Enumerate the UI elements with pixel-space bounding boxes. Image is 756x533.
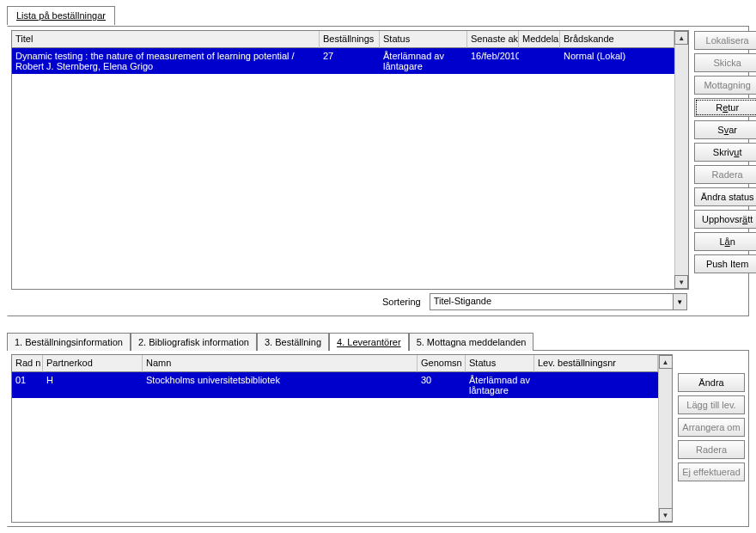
cell-status: Återlämnad av låntagare	[380, 48, 467, 74]
chevron-down-icon[interactable]: ▼	[673, 294, 686, 309]
col-notify[interactable]: Meddela	[519, 31, 560, 48]
suppliers-panel: Rad n Partnerkod Namn Genomsn Status Lev…	[7, 350, 749, 527]
lagg-till-lev-button[interactable]: Lägg till lev.	[678, 395, 745, 414]
radera-button[interactable]: Radera	[694, 165, 756, 184]
col-urgency[interactable]: Brådskande	[560, 31, 674, 48]
suppliers-button-column: Ändra Lägg till lev. Arrangera om Radera…	[678, 354, 745, 523]
top-tabstrip: Lista på beställningar	[7, 5, 749, 24]
mottagning-button[interactable]: Mottagning	[694, 76, 756, 95]
sort-label: Sortering	[13, 297, 421, 307]
retur-button[interactable]: Retur	[694, 98, 756, 117]
suppliers-grid-header: Rad n Partnerkod Namn Genomsn Status Lev…	[12, 355, 658, 372]
lokalisera-button[interactable]: Lokalisera	[694, 31, 756, 50]
cell-notify	[519, 48, 560, 74]
cell-rowno: 01	[12, 372, 43, 398]
skriv-ut-button[interactable]: Skriv ut	[694, 143, 756, 162]
scroll-down-icon[interactable]: ▼	[659, 508, 673, 522]
lan-button[interactable]: Lån	[694, 232, 756, 251]
ej-effektuerad-button[interactable]: Ej effektuerad	[678, 463, 745, 481]
cell-latest: 16/feb/2010	[467, 48, 519, 74]
suppliers-grid-body[interactable]: 01 H Stockholms universitetsbibliotek 30…	[12, 372, 658, 522]
col-partner[interactable]: Partnerkod	[43, 355, 143, 372]
cell-supplier-status: Återlämnad av låntagare	[466, 372, 534, 398]
col-title[interactable]: Titel	[12, 31, 320, 48]
andra-button[interactable]: Ändra	[678, 373, 745, 392]
upphovsratt-button[interactable]: Upphovsrätt	[694, 210, 756, 229]
sort-combo[interactable]: Titel-Stigande ▼	[430, 293, 687, 310]
col-status[interactable]: Status	[380, 31, 467, 48]
scroll-down-icon[interactable]: ▼	[674, 275, 688, 289]
scroll-up-icon[interactable]: ▲	[659, 355, 673, 369]
orders-grid-body[interactable]: Dynamic testing : the nature of measurem…	[12, 48, 674, 289]
col-supplier-orderno[interactable]: Lev. beställningsnr	[534, 355, 658, 372]
scroll-up-icon[interactable]: ▲	[674, 31, 688, 45]
tab-biblio-info[interactable]: 2. Bibliografisk information	[131, 333, 257, 351]
orders-panel: Titel Beställnings Status Senaste ak Med…	[7, 26, 749, 316]
orders-button-column: Lokalisera Skicka Mottagning Retur Svar …	[694, 30, 756, 312]
suppliers-scrollbar[interactable]: ▲ ▼	[658, 355, 672, 522]
cell-orderno: 27	[320, 48, 380, 74]
cell-name: Stockholms universitetsbibliotek	[143, 372, 418, 398]
tab-suppliers[interactable]: 4. Leverantörer	[329, 333, 409, 351]
cell-partner: H	[43, 372, 143, 398]
cell-supplier-orderno	[534, 372, 658, 398]
col-latest[interactable]: Senaste ak	[467, 31, 519, 48]
col-supplier-status[interactable]: Status	[466, 355, 534, 372]
tab-order-list[interactable]: Lista på beställningar	[7, 6, 115, 25]
col-avg[interactable]: Genomsn	[418, 355, 466, 372]
skicka-button[interactable]: Skicka	[694, 53, 756, 72]
col-name[interactable]: Namn	[143, 355, 418, 372]
andra-status-button[interactable]: Ändra status	[694, 187, 756, 206]
cell-title: Dynamic testing : the nature of measurem…	[12, 48, 320, 74]
arrangera-om-button[interactable]: Arrangera om	[678, 418, 745, 437]
col-orderno[interactable]: Beställnings	[320, 31, 380, 48]
radera-supplier-button[interactable]: Radera	[678, 440, 745, 459]
svar-button[interactable]: Svar	[694, 120, 756, 139]
tab-order-info[interactable]: 1. Beställningsinformation	[7, 333, 131, 351]
detail-tabstrip: 1. Beställningsinformation 2. Bibliograf…	[7, 332, 749, 350]
push-item-button[interactable]: Push Item	[694, 254, 756, 273]
tab-label: Lista på beställningar	[16, 10, 106, 21]
tab-received-msgs[interactable]: 5. Mottagna meddelanden	[409, 333, 534, 351]
cell-avg: 30	[418, 372, 466, 398]
sort-row: Sortering Titel-Stigande ▼	[11, 290, 689, 312]
app-window: Lista på beställningar Titel Beställning…	[0, 0, 756, 533]
sort-combo-text: Titel-Stigande	[430, 294, 673, 309]
table-row[interactable]: Dynamic testing : the nature of measurem…	[12, 48, 674, 74]
tab-order[interactable]: 3. Beställning	[257, 333, 329, 351]
orders-scrollbar[interactable]: ▲ ▼	[674, 31, 688, 289]
table-row[interactable]: 01 H Stockholms universitetsbibliotek 30…	[12, 372, 658, 398]
orders-grid-header: Titel Beställnings Status Senaste ak Med…	[12, 31, 674, 48]
cell-urgency: Normal (Lokal)	[560, 48, 674, 74]
col-rowno[interactable]: Rad n	[12, 355, 43, 372]
